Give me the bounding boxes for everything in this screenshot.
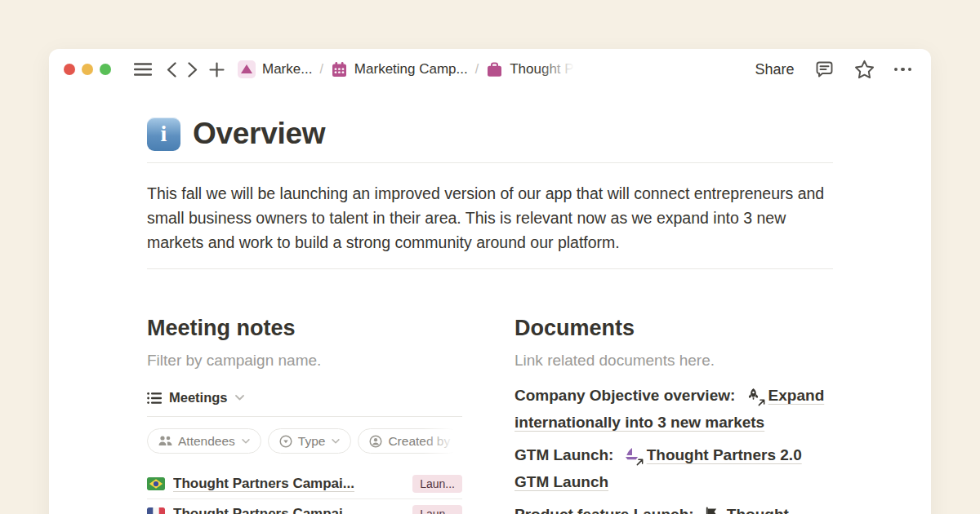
close-window-button[interactable]	[64, 64, 75, 75]
document-label: GTM Launch:	[514, 446, 613, 463]
campaign-tag: Laun...	[412, 475, 462, 493]
filter-chip-type[interactable]: Type	[268, 428, 352, 454]
documents-column: Documents Link related documents here. C…	[514, 316, 833, 514]
zoom-window-button[interactable]	[100, 64, 111, 75]
new-page-button[interactable]	[209, 62, 225, 78]
two-column-layout: Meeting notes Filter by campaign name. M…	[147, 316, 833, 514]
breadcrumb-label: Thought Pa	[510, 61, 581, 78]
meeting-notes-column: Meeting notes Filter by campaign name. M…	[147, 316, 462, 514]
page-title-row: i Overview	[147, 117, 833, 151]
document-label: Company Objective overview:	[514, 387, 735, 404]
breadcrumb-label: Marketing Camp...	[354, 61, 468, 78]
filter-chip-label: Attendees	[178, 434, 235, 449]
chevron-down-icon	[235, 395, 244, 401]
breadcrumb-separator: /	[319, 62, 323, 77]
document-item: GTM Launch: Thought Partners 2.0 GTM Lau…	[514, 441, 833, 495]
divider	[147, 416, 462, 417]
document-label: Product feature Launch:	[514, 506, 694, 514]
divider	[147, 268, 833, 269]
rocket-icon	[746, 388, 764, 404]
view-name: Meetings	[169, 390, 228, 405]
intro-paragraph: This fall we will be launching an improv…	[147, 181, 833, 255]
briefcase-icon	[486, 61, 503, 78]
database-view-selector[interactable]: Meetings	[147, 390, 462, 405]
window-toolbar: Marke... / Marketing Camp... / Thought P…	[49, 49, 931, 90]
filter-chip-label: Type	[298, 434, 326, 449]
sidebar-toggle-icon[interactable]	[134, 62, 152, 77]
brazil-flag-icon	[147, 477, 165, 490]
meeting-rows: Thought Partners Campai... Laun... Thoug…	[147, 469, 462, 514]
calendar-icon	[331, 61, 348, 78]
meeting-row-title: Thought Partners Campai...	[173, 506, 354, 514]
toolbar-actions: Share	[755, 60, 911, 79]
breadcrumb-separator: /	[475, 62, 479, 77]
document-link[interactable]: Thought	[727, 506, 789, 514]
chevron-down-icon	[242, 439, 250, 444]
filter-chip-label: Created by	[388, 434, 450, 449]
desktop-background: Marke... / Marketing Camp... / Thought P…	[0, 0, 980, 514]
document-item: Product feature Launch: Thought	[514, 501, 833, 514]
meeting-row-title: Thought Partners Campai...	[173, 476, 354, 492]
breadcrumb-label: Marke...	[262, 61, 312, 78]
document-item: Company Objective overview: Expand inter…	[514, 382, 833, 436]
campaign-tag: Laun...	[412, 505, 462, 514]
sailboat-icon	[624, 447, 642, 463]
list-view-icon	[147, 392, 162, 405]
black-flag-icon	[704, 507, 722, 514]
star-icon[interactable]	[854, 60, 875, 79]
traffic-lights	[64, 64, 111, 75]
back-button[interactable]	[167, 62, 176, 78]
meeting-row-france[interactable]: Thought Partners Campai... Laun...	[147, 499, 462, 514]
breadcrumb-item-thought-partners[interactable]: Thought Pa	[486, 61, 581, 78]
page-content: i Overview This fall we will be launchin…	[49, 117, 931, 514]
forward-button[interactable]	[188, 62, 198, 78]
divider	[147, 162, 833, 163]
chevron-down-icon	[332, 439, 340, 444]
documents-heading: Documents	[514, 316, 833, 341]
share-button[interactable]: Share	[755, 61, 794, 78]
filter-chip-attendees[interactable]: Attendees	[147, 428, 261, 454]
breadcrumb-item-marketing-campaigns[interactable]: Marketing Camp...	[331, 61, 468, 78]
documents-subtitle: Link related documents here.	[514, 352, 833, 370]
filter-chips-row: Attendees Type Created by	[147, 428, 462, 454]
breadcrumb: Marke... / Marketing Camp... / Thought P…	[238, 60, 581, 78]
minimize-window-button[interactable]	[82, 64, 93, 75]
page-title: Overview	[193, 117, 325, 151]
filter-chip-created-by[interactable]: Created by	[358, 428, 461, 454]
teamspace-triangle-icon	[238, 60, 256, 78]
nav-chevrons	[167, 62, 198, 78]
comment-icon[interactable]	[814, 60, 835, 79]
meeting-notes-subtitle: Filter by campaign name.	[147, 352, 462, 370]
meeting-row-brazil[interactable]: Thought Partners Campai... Laun...	[147, 469, 462, 499]
ellipsis-icon[interactable]	[894, 68, 912, 72]
info-emoji: i	[147, 117, 180, 151]
france-flag-icon	[147, 507, 165, 514]
notion-window: Marke... / Marketing Camp... / Thought P…	[49, 49, 931, 514]
breadcrumb-item-teamspace[interactable]: Marke...	[238, 60, 312, 78]
meeting-notes-heading: Meeting notes	[147, 316, 462, 341]
